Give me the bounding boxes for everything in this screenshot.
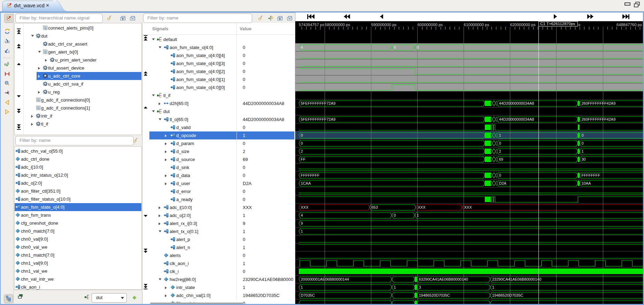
svg-text:4: 4: [301, 45, 303, 49]
svg-text:G: G: [45, 26, 46, 29]
svg-text:XXX: XXX: [464, 205, 472, 209]
svg-text:260FFFFFFFF42A9: 260FFFFFFFF42A9: [582, 101, 616, 105]
svg-text:D7035C: D7035C: [301, 293, 315, 297]
svg-text:5: 5: [394, 45, 396, 49]
svg-text:19486520D7035C: 19486520D7035C: [419, 293, 450, 297]
svg-text:610000000 ps: 610000000 ps: [464, 23, 489, 27]
svg-text:1: 1: [301, 229, 303, 233]
svg-text:4: 4: [301, 213, 303, 217]
svg-text:9: 9: [301, 221, 303, 225]
svg-text:1: 1: [417, 213, 419, 217]
svg-text:620000000 ps: 620000000 ps: [510, 23, 536, 27]
svg-text:44D20000000034A8: 44D20000000034A8: [499, 117, 534, 121]
svg-text:648847760 ps: 648847760 ps: [616, 23, 642, 27]
svg-text:t: t: [7, 90, 8, 93]
svg-text:M: M: [51, 58, 53, 61]
svg-text:0: 0: [582, 141, 584, 145]
svg-text:C1 T=626112870ps: C1 T=626112870ps: [540, 22, 575, 26]
svg-text:M: M: [37, 114, 39, 117]
svg-text:D2A: D2A: [499, 181, 507, 185]
svg-text:G: G: [45, 50, 46, 53]
svg-text:0: 0: [499, 173, 501, 177]
svg-text:10AA: 10AA: [582, 181, 591, 185]
svg-text:574394757 ps: 574394757 ps: [299, 23, 324, 27]
svg-text:0: 0: [394, 213, 396, 217]
svg-text:M: M: [44, 82, 46, 85]
svg-text:63290CA41AE06B80000140: 63290CA41AE06B80000140: [419, 277, 468, 281]
svg-text:653: 653: [372, 205, 378, 209]
svg-text:#: #: [7, 62, 9, 64]
svg-text:1: 1: [301, 285, 303, 289]
svg-text:0: 0: [499, 141, 501, 145]
svg-text:5FEFFFFFFFF72A9: 5FEFFFFFFFF72A9: [301, 117, 336, 121]
svg-text:600000000 ps: 600000000 ps: [417, 23, 443, 27]
svg-text:590000000 ps: 590000000 ps: [371, 23, 396, 27]
svg-text:G: G: [38, 106, 39, 109]
svg-text:260FFFFFFFF42A9: 260FFFFFFFF42A9: [582, 117, 616, 121]
svg-text:3: 3: [419, 285, 421, 289]
svg-text:M: M: [44, 66, 46, 69]
svg-text:G: G: [38, 98, 39, 101]
svg-text:M: M: [37, 122, 39, 125]
svg-text:0: 0: [301, 141, 303, 145]
svg-text:0: 0: [582, 133, 584, 137]
svg-text:XXX: XXX: [301, 205, 309, 209]
svg-text:1: 1: [492, 285, 494, 289]
svg-text:5FEFFFFFFFF72A9: 5FEFFFFFFFF72A9: [301, 101, 336, 105]
svg-text:FFFFFFFF: FFFFFFFF: [582, 173, 600, 177]
svg-text:580000000 ps: 580000000 ps: [325, 23, 350, 27]
svg-text:44D20000000034A8: 44D20000000034A8: [499, 101, 534, 105]
svg-text:23290CA41AE06B80000140: 23290CA41AE06B80000140: [492, 277, 541, 281]
svg-text:M: M: [44, 42, 46, 45]
svg-text:2: 2: [301, 149, 303, 153]
svg-text:XXX: XXX: [418, 205, 426, 209]
svg-text:M: M: [37, 34, 39, 37]
svg-text:1CAA: 1CAA: [301, 181, 311, 185]
svg-text:0: 0: [417, 45, 419, 49]
svg-text:M: M: [44, 74, 46, 77]
svg-text:200000001AE06B80000144: 200000001AE06B80000144: [301, 277, 349, 281]
svg-text:FFFFFFFF: FFFFFFFF: [301, 173, 320, 177]
svg-text:30: 30: [582, 157, 586, 161]
svg-text:s: s: [579, 23, 581, 27]
svg-text:1: 1: [394, 285, 396, 289]
svg-text:1: 1: [582, 149, 584, 153]
svg-text:0: 0: [301, 133, 303, 137]
svg-text:69: 69: [499, 157, 503, 161]
svg-text:FF: FF: [301, 157, 306, 161]
svg-text:1: 1: [499, 133, 501, 137]
svg-text:M: M: [44, 90, 46, 93]
svg-text:2: 2: [499, 149, 501, 153]
svg-text:19486520D7035C: 19486520D7035C: [492, 293, 523, 297]
